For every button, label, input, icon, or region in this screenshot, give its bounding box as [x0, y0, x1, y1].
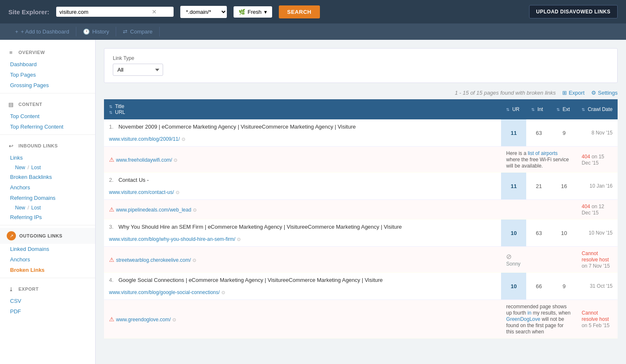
- external-link-icon-2[interactable]: ⊙: [176, 190, 179, 195]
- in-link[interactable]: in: [527, 310, 531, 316]
- settings-label: Settings: [598, 90, 618, 96]
- sidebar-item-links[interactable]: Links: [0, 152, 95, 163]
- sidebar-item-broken-links[interactable]: Broken Links: [0, 265, 95, 275]
- external-link-icon-1[interactable]: ⊙: [182, 137, 185, 142]
- sidebar-section-outgoing[interactable]: ↗ OUTGOING LINKS: [0, 228, 95, 244]
- compare-button[interactable]: ⇄ Compare: [116, 27, 159, 36]
- clear-icon[interactable]: ✕: [152, 8, 157, 15]
- add-to-dashboard-button[interactable]: + + Add to Dashboard: [8, 27, 76, 36]
- sort-icon-title[interactable]: ⇅: [109, 104, 112, 109]
- int-cell-4: 66: [526, 273, 551, 300]
- broken-empty-3: [526, 247, 577, 273]
- broken-url-cell-3: ⚠ streetwearblog.cherokeelive.com/ ⊙: [104, 247, 501, 273]
- table-row: 2. Contact Us - www.visiture.com/contact…: [104, 173, 618, 200]
- anchor-text-3: Sonny: [506, 261, 520, 267]
- sort-icon-url[interactable]: ⇅: [109, 110, 112, 115]
- error-404-1: 404: [582, 154, 590, 160]
- th-int[interactable]: ⇅ Int: [526, 99, 551, 119]
- crawl-cell-1: 8 Nov '15: [577, 119, 618, 147]
- external-link-icon-3[interactable]: ⊙: [237, 237, 241, 242]
- error-resolve-3: Cannot resolve host: [582, 250, 609, 263]
- page-url-link-2[interactable]: www.visiture.com/contact-us/: [109, 189, 174, 195]
- broken-url-ext-icon-4[interactable]: ⊙: [172, 317, 176, 322]
- broken-url-link-2[interactable]: www.pipelinedeals.com/web_lead: [116, 207, 191, 213]
- column-url: URL: [115, 109, 125, 115]
- page-url-link-4[interactable]: www.visiture.com/blog/google-social-conn…: [109, 289, 220, 295]
- domain-select[interactable]: *.domain/* domain/* domain.com: [180, 6, 227, 18]
- sort-icon-ext[interactable]: ⇅: [556, 107, 560, 112]
- sidebar-item-linked-domains[interactable]: Linked Domains: [0, 244, 95, 254]
- broken-url-link-3[interactable]: streetwearblog.cherokeelive.com/: [116, 257, 191, 263]
- page-url-4: www.visiture.com/blog/google-social-conn…: [109, 289, 496, 295]
- search-box: ✕: [56, 7, 174, 17]
- sidebar-item-lost-links[interactable]: Lost: [31, 165, 41, 170]
- page-title-4: Google Social Connections | eCommerce Ma…: [118, 277, 382, 283]
- inbound-icon: ↩: [7, 142, 15, 150]
- th-ur[interactable]: ⇅ UR: [501, 99, 526, 119]
- broken-url-link-4[interactable]: www.greendoglove.com/: [116, 317, 171, 323]
- sidebar-section-inbound: ↩ INBOUND LINKS: [0, 137, 95, 152]
- search-input[interactable]: [60, 9, 152, 15]
- broken-url-cell-4: ⚠ www.greendoglove.com/ ⊙: [104, 300, 501, 338]
- greendoglove-link[interactable]: GreenDogLove: [506, 316, 540, 322]
- table-row: 4. Google Social Connections | eCommerce…: [104, 273, 618, 300]
- chevron-down-icon: ▾: [264, 9, 267, 15]
- broken-url-ext-icon-3[interactable]: ⊙: [192, 258, 196, 263]
- export-section-title: EXPORT: [18, 287, 39, 292]
- search-button[interactable]: SEARCH: [279, 5, 320, 18]
- sidebar-item-pdf[interactable]: PDF: [0, 306, 95, 317]
- sidebar-item-top-referring-content[interactable]: Top Referring Content: [0, 121, 95, 132]
- page-url-link-3[interactable]: www.visiture.com/blog/why-you-should-hir…: [109, 236, 235, 242]
- sort-icon-ur[interactable]: ⇅: [506, 107, 509, 112]
- error-date-4: on 5 Feb '15: [582, 323, 609, 328]
- sidebar-new-lost-domains: New / Lost: [0, 203, 95, 212]
- external-link-icon-4[interactable]: ⊙: [221, 290, 225, 295]
- fresh-button[interactable]: 🌿 Fresh ▾: [234, 6, 272, 18]
- th-crawl-date[interactable]: ⇅ Crawl Date: [577, 99, 618, 119]
- sidebar: ≡ OVERVIEW Dashboard Top Pages Grossing …: [0, 40, 96, 364]
- column-title: Title: [115, 103, 124, 109]
- error-date-3: on 7 Nov '15: [582, 263, 610, 269]
- export-label: Export: [569, 90, 584, 96]
- sidebar-item-new-domains[interactable]: New: [15, 205, 25, 211]
- cell-title-4: 4. Google Social Connections | eCommerce…: [104, 273, 501, 300]
- history-button[interactable]: 🕐 History: [76, 27, 116, 36]
- sidebar-item-referring-domains[interactable]: Referring Domains: [0, 193, 95, 203]
- sidebar-item-top-content[interactable]: Top Content: [0, 111, 95, 121]
- page-url-1: www.visiture.com/blog/2009/11/ ⊙: [109, 136, 496, 142]
- error-404-2: 404: [582, 204, 590, 209]
- row-number-2: 2.: [109, 177, 117, 183]
- ur-cell-2: 11: [501, 173, 526, 200]
- table-header: ⇅ Title ⇅ URL ⇅ UR ⇅ Int ⇅: [104, 99, 618, 119]
- sidebar-item-top-pages[interactable]: Top Pages: [0, 70, 95, 80]
- sidebar-item-referring-ips[interactable]: Referring IPs: [0, 212, 95, 222]
- sidebar-item-new-links[interactable]: New: [15, 165, 25, 170]
- ur-cell-1: 11: [501, 119, 526, 147]
- sidebar-item-anchors-outgoing[interactable]: Anchors: [0, 254, 95, 265]
- list-airports-link[interactable]: list of airports: [528, 150, 558, 156]
- outgoing-icon: ↗: [7, 231, 16, 240]
- broken-url-ext-icon-1[interactable]: ⊙: [174, 157, 177, 163]
- sidebar-item-anchors-inbound[interactable]: Anchors: [0, 182, 95, 193]
- upload-disavowed-button[interactable]: UPLOAD DISAVOWED LINKS: [529, 5, 618, 18]
- page-url-link-1[interactable]: www.visiture.com/blog/2009/11/: [109, 136, 180, 142]
- sidebar-item-dashboard[interactable]: Dashboard: [0, 59, 95, 70]
- broken-row-3: ⚠ streetwearblog.cherokeelive.com/ ⊙ ⊘ S…: [104, 247, 618, 273]
- crawl-cell-4: 31 Oct '15: [577, 273, 618, 300]
- link-type-select[interactable]: All Dofollow Nofollow Redirect Frame For…: [113, 64, 163, 76]
- sidebar-item-csv[interactable]: CSV: [0, 296, 95, 306]
- th-ext[interactable]: ⇅ Ext: [551, 99, 577, 119]
- sidebar-item-grossing-pages[interactable]: Grossing Pages: [0, 80, 95, 90]
- th-title-url[interactable]: ⇅ Title ⇅ URL: [104, 99, 501, 119]
- broken-url-link-1[interactable]: www.freeholidaywifi.com/: [116, 157, 172, 163]
- broken-error-cell-1: 404 on 15 Dec '15: [577, 147, 618, 173]
- sort-icon-crawl[interactable]: ⇅: [582, 107, 585, 112]
- broken-url-ext-icon-2[interactable]: ⊙: [193, 207, 197, 212]
- sidebar-item-broken-backlinks[interactable]: Broken Backlinks: [0, 172, 95, 182]
- sort-icon-int[interactable]: ⇅: [531, 107, 535, 112]
- sidebar-item-lost-domains[interactable]: Lost: [31, 205, 41, 211]
- settings-button[interactable]: ⚙ Settings: [591, 90, 618, 96]
- broken-row-2: ⚠ www.pipelinedeals.com/web_lead ⊙ 404 o…: [104, 200, 618, 219]
- export-button[interactable]: ⊞ Export: [562, 90, 584, 96]
- export-icon-btn: ⊞: [562, 90, 567, 96]
